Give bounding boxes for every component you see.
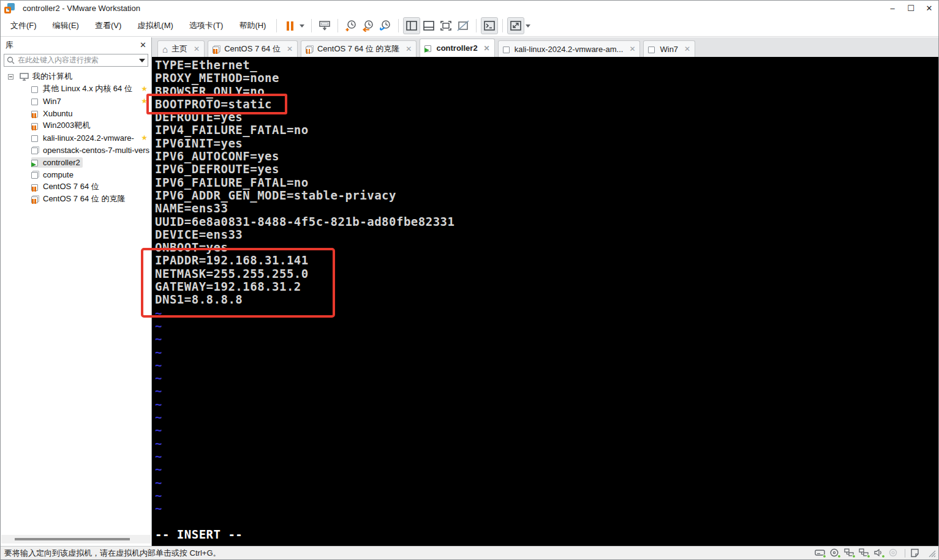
config-line: UUID=6e8a0831-8488-4f5c-821b-ad80fbe8233… — [155, 215, 938, 228]
tab-close-icon[interactable]: ✕ — [194, 45, 200, 53]
favorite-star-icon: ★ — [141, 133, 148, 142]
minimize-button[interactable]: – — [883, 1, 902, 15]
menu-vm[interactable]: 虚拟机(M) — [131, 17, 179, 35]
tab-close-icon[interactable]: ✕ — [629, 45, 635, 53]
vim-tilde: ~ — [155, 384, 938, 397]
message-log-icon[interactable] — [910, 548, 922, 558]
vim-tilde: ~ — [155, 398, 938, 411]
vim-tilde: ~ — [155, 319, 938, 332]
sound-icon[interactable] — [873, 548, 885, 558]
pause-vm-button[interactable] — [281, 17, 298, 34]
close-button[interactable]: ✕ — [920, 1, 938, 15]
status-message: 要将输入定向到该虚拟机，请在虚拟机内部单击或按 Ctrl+G。 — [4, 548, 221, 559]
vim-tilde: ~ — [155, 346, 938, 359]
network-adapter-2-icon[interactable] — [859, 548, 870, 558]
library-title: 库 — [6, 40, 13, 51]
vmware-logo-icon — [4, 3, 15, 13]
tab-home[interactable]: ⌂ 主页 ✕ — [157, 40, 205, 57]
thumbnail-bar-icon — [423, 20, 435, 31]
snapshot-manager-icon — [379, 20, 391, 32]
stretch-guest-icon — [510, 20, 522, 31]
maximize-button[interactable]: ☐ — [902, 1, 920, 15]
tab-close-icon[interactable]: ✕ — [684, 45, 690, 53]
toolbar-separator — [311, 19, 312, 32]
menu-file[interactable]: 文件(F) — [4, 17, 43, 35]
config-line: IPV6INIT=yes — [155, 137, 938, 150]
sidebar-item-win2003[interactable]: Win2003靶机 — [1, 119, 151, 132]
snapshot-manager-button[interactable] — [377, 17, 394, 34]
config-line: DEVICE=ens33 — [155, 228, 938, 241]
sidebar-item-xubuntu[interactable]: Xubuntu — [1, 107, 151, 119]
vim-mode-indicator: -- INSERT -- — [155, 528, 938, 541]
sidebar-item-centos7-clone[interactable]: CentOS 7 64 位 的克隆 — [1, 193, 151, 205]
annotation-box-ip-config — [141, 248, 335, 318]
toolbar-separator — [338, 19, 338, 32]
sidebar-item-kali[interactable]: kali-linux-2024.2-vmware- ★ — [1, 132, 151, 144]
tree-root-my-computer[interactable]: 我的计算机 — [1, 70, 151, 83]
take-snapshot-button[interactable] — [342, 17, 360, 34]
vim-tilde: ~ — [155, 450, 938, 463]
vm-off-icon — [503, 45, 511, 53]
toggle-library-button[interactable] — [403, 17, 420, 34]
sidebar-item-other-linux[interactable]: 其他 Linux 4.x 内核 64 位 ★ — [1, 83, 151, 95]
config-line: IPV6_ADDR_GEN_MODE=stable-privacy — [155, 189, 938, 202]
search-dropdown-caret[interactable] — [139, 59, 145, 62]
stretch-dropdown-caret[interactable] — [526, 24, 530, 28]
tab-bar: ⌂ 主页 ✕ CentOS 7 64 位 ✕ CentOS 7 64 位 的克隆… — [152, 37, 938, 57]
tab-win7[interactable]: Win7 ✕ — [643, 40, 695, 57]
toggle-thumbnail-bar-button[interactable] — [420, 17, 437, 34]
toolbar-separator — [476, 19, 477, 32]
tab-kali[interactable]: kali-linux-2024.2-vmware-am... ✕ — [498, 40, 641, 57]
console-view-icon — [483, 20, 496, 31]
sidebar-horizontal-scrollbar[interactable] — [1, 535, 151, 543]
config-line: IPV6_DEFROUTE=yes — [155, 163, 938, 176]
favorite-star-icon: ★ — [141, 84, 148, 93]
stretch-guest-button[interactable] — [507, 17, 524, 34]
revert-snapshot-button[interactable] — [360, 17, 377, 34]
fullscreen-button[interactable] — [437, 17, 454, 34]
collapse-icon[interactable] — [8, 74, 13, 80]
vim-tilde: ~ — [155, 332, 938, 345]
tab-close-icon[interactable]: ✕ — [405, 45, 412, 53]
library-search-input[interactable]: 在此处键入内容进行搜索 — [4, 54, 148, 67]
window-title: controller2 - VMware Workstation — [23, 4, 140, 13]
vm-paused-icon — [213, 45, 221, 53]
sidebar-item-win7[interactable]: Win7 ★ — [1, 95, 151, 107]
console-view-button[interactable] — [481, 17, 498, 34]
pause-icon — [287, 21, 293, 31]
vim-tilde: ~ — [155, 359, 938, 371]
vm-paused-icon — [31, 122, 39, 130]
tab-controller2[interactable]: controller2 ✕ — [420, 39, 494, 57]
scrollbar-thumb[interactable] — [15, 538, 130, 540]
title-bar: controller2 - VMware Workstation – ☐ ✕ — [1, 1, 938, 15]
send-ctrl-alt-del-button[interactable] — [316, 17, 333, 34]
sidebar-item-compute[interactable]: compute — [1, 168, 151, 181]
home-icon: ⌂ — [162, 45, 168, 54]
tab-close-icon[interactable]: ✕ — [484, 44, 490, 53]
vim-tilde: ~ — [155, 437, 938, 450]
menu-toolbar: 文件(F) 编辑(E) 查看(V) 虚拟机(M) 选项卡(T) 帮助(H) — [1, 15, 938, 37]
hard-disk-icon[interactable] — [815, 548, 826, 558]
tab-close-icon[interactable]: ✕ — [287, 45, 293, 53]
vm-off-icon — [31, 85, 39, 93]
network-adapter-icon[interactable] — [844, 548, 856, 558]
pause-dropdown-caret[interactable] — [300, 24, 304, 28]
tab-centos7[interactable]: CentOS 7 64 位 ✕ — [208, 40, 298, 57]
library-close-icon[interactable]: ✕ — [140, 40, 146, 50]
menu-edit[interactable]: 编辑(E) — [47, 17, 85, 35]
library-panel-icon — [405, 20, 418, 31]
sidebar-item-openstack[interactable]: openstack-centos-7-multi-vers — [1, 144, 151, 156]
tab-centos7-clone[interactable]: CentOS 7 64 位 的克隆 ✕ — [301, 40, 417, 57]
sidebar-item-centos7[interactable]: CentOS 7 64 位 — [1, 181, 151, 193]
menu-tabs[interactable]: 选项卡(T) — [183, 17, 230, 35]
vim-tilde: ~ — [155, 489, 938, 502]
sidebar-item-controller2[interactable]: controller2 — [1, 156, 151, 168]
menu-help[interactable]: 帮助(H) — [233, 17, 272, 35]
annotation-box-bootproto — [146, 94, 287, 114]
menu-view[interactable]: 查看(V) — [89, 17, 127, 35]
usb-disabled-icon[interactable] — [888, 548, 900, 558]
cd-dvd-icon[interactable] — [829, 548, 841, 558]
unity-mode-button[interactable] — [454, 17, 472, 34]
resize-grip[interactable] — [927, 549, 936, 558]
vim-tilde: ~ — [155, 424, 938, 436]
